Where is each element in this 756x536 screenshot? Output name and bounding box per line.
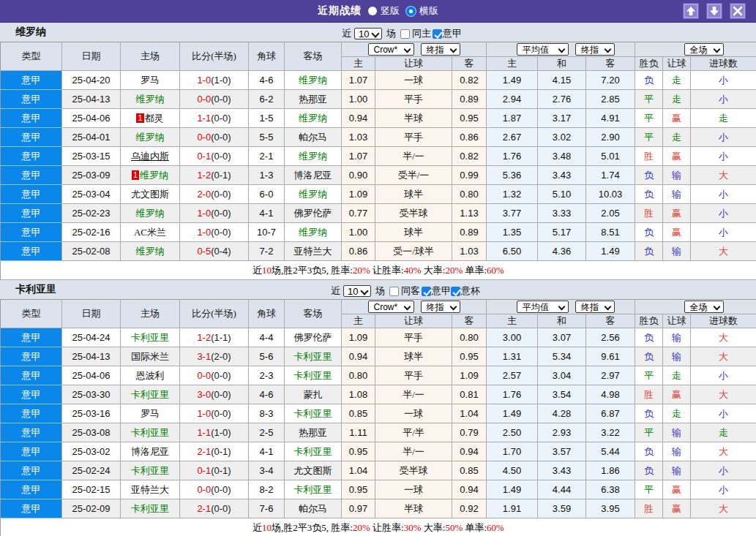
odds-away-cell: 0.94 <box>452 480 487 499</box>
result-handicap-cell: 走 <box>663 404 691 423</box>
league-cell: 意甲 <box>1 166 62 185</box>
date-cell: 25-03-02 <box>62 442 121 461</box>
bookmaker-select[interactable]: Crow* <box>369 302 413 313</box>
average-stage-select-wrap: 终指 <box>575 301 615 313</box>
home-team-cell: 国际米兰 <box>121 347 180 366</box>
avg-home-cell: 1.49 <box>487 404 538 423</box>
away-team-cell: 帕尔马 <box>285 499 342 518</box>
result-handicap-cell: 输 <box>663 242 691 261</box>
odds-stage-select[interactable]: 终指 <box>422 302 460 313</box>
league-checkbox-意甲[interactable] <box>422 287 431 296</box>
league-checkbox-意甲[interactable] <box>433 29 442 39</box>
avg-draw-cell: 3.02 <box>538 128 586 147</box>
average-select[interactable]: 平均值 <box>517 302 568 313</box>
team-link: 维罗纳 <box>299 189 327 200</box>
average-stage-select[interactable]: 终指 <box>576 45 614 56</box>
col-header-corners: 角球 <box>249 42 285 71</box>
odds-home-cell: 0.97 <box>342 499 375 518</box>
away-team-cell: 卡利亚里 <box>285 442 342 461</box>
avg-draw-cell: 4.15 <box>538 71 586 90</box>
odds-home-cell: 1.09 <box>342 185 375 204</box>
result-wdl-cell: 负 <box>635 347 663 366</box>
result-wdl-cell: 胜 <box>635 204 663 223</box>
team-link: 维罗纳 <box>136 132 165 143</box>
move-down-button[interactable] <box>706 3 722 19</box>
move-up-button[interactable] <box>683 3 699 19</box>
team-link: 卡利亚里 <box>294 370 332 381</box>
odds-away-cell: 0.99 <box>452 166 487 185</box>
avg-away-cell: 10.03 <box>586 185 635 204</box>
home-team-cell: 卡利亚里 <box>121 328 180 347</box>
odds-home-cell: 1.07 <box>342 71 375 90</box>
away-team-cell: 热那亚 <box>285 423 342 442</box>
result-goals-cell: 大 <box>691 347 756 366</box>
handicap-cell: 半/一 <box>375 385 452 404</box>
scope-select[interactable]: 全场 <box>685 302 723 313</box>
score-cell: 1-1(1-0) <box>180 423 249 442</box>
odds-stage-select[interactable]: 终指 <box>422 45 460 56</box>
result-goals-cell: 小 <box>691 71 756 90</box>
odds-away-cell: 0.86 <box>452 128 487 147</box>
odds-away-cell: 0.80 <box>452 328 487 347</box>
team-section: 卡利亚里 近 10 场 同客 意甲意杯 类型 <box>0 280 756 536</box>
same-venue-checkbox[interactable] <box>400 29 410 39</box>
avg-away-cell: 1.49 <box>586 242 635 261</box>
date-cell: 25-03-15 <box>62 147 121 166</box>
radio-horizontal-icon[interactable] <box>406 7 416 16</box>
team-link: 维罗纳 <box>299 75 327 86</box>
league-checkbox-意杯[interactable] <box>451 287 460 296</box>
team-name: 维罗纳 <box>15 26 46 39</box>
result-wdl-cell: 胜 <box>635 499 663 518</box>
avg-draw-cell: 4.44 <box>538 480 586 499</box>
league-cell: 意甲 <box>1 366 62 385</box>
filter-controls: 近 10 场 同客 意甲意杯 <box>331 284 480 298</box>
odds-away-cell: 0.89 <box>452 90 487 109</box>
match-count-select[interactable]: 10 <box>355 29 381 39</box>
average-select[interactable]: 平均值 <box>517 45 568 56</box>
match-row: 意甲25-03-091维罗纳1-2(0-1)1-3博洛尼亚0.90受半/一0.9… <box>1 166 756 185</box>
corners-cell: 4-4 <box>249 328 285 347</box>
summary-segment: 20% <box>353 265 370 276</box>
odds-away-cell: 1.13 <box>452 204 487 223</box>
handicap-cell: 平手 <box>375 366 452 385</box>
league-cell: 意甲 <box>1 328 62 347</box>
corners-cell: 10-7 <box>249 223 285 242</box>
avg-home-cell: 1.32 <box>487 185 538 204</box>
avg-away-cell: 5.44 <box>586 442 635 461</box>
odds-away-cell: 0.89 <box>452 223 487 242</box>
same-venue-checkbox[interactable] <box>389 287 399 296</box>
radio-horizontal-layout[interactable]: 横版 <box>406 4 438 18</box>
match-count-select[interactable]: 10 <box>344 286 370 296</box>
bookmaker-select[interactable]: Crow* <box>369 45 413 56</box>
average-stage-select-wrap: 终指 <box>575 43 615 56</box>
corners-cell: 8-2 <box>249 480 285 499</box>
league-cell: 意甲 <box>1 223 62 242</box>
league-cell: 意甲 <box>1 499 62 518</box>
average-group-header: 平均值 终指 <box>487 300 635 314</box>
result-goals-cell: 大 <box>691 242 756 261</box>
odds-home-cell: 0.95 <box>342 442 375 461</box>
result-handicap-cell: 输 <box>663 328 691 347</box>
odds-home-cell: 1.09 <box>342 328 375 347</box>
odds-away-cell: 0.80 <box>452 185 487 204</box>
average-stage-select[interactable]: 终指 <box>576 302 614 313</box>
avg-home-cell: 1.76 <box>487 147 538 166</box>
team-link: 佛罗伦萨 <box>294 208 332 219</box>
date-cell: 25-02-23 <box>62 204 121 223</box>
col-header-home: 主场 <box>121 300 180 328</box>
result-goals-cell: 走 <box>691 109 756 128</box>
subcol-avg-draw: 和 <box>538 57 586 71</box>
result-handicap-cell: 走 <box>663 71 691 90</box>
summary-segment: 大率: <box>422 265 446 276</box>
radio-vertical-icon[interactable] <box>368 7 377 15</box>
match-row: 意甲25-02-23维罗纳1-0(0-0)4-1佛罗伦萨0.77受半球1.133… <box>1 204 756 223</box>
date-cell: 25-02-16 <box>62 223 121 242</box>
radio-vertical-layout[interactable]: 竖版 <box>368 4 400 18</box>
date-cell: 25-02-08 <box>62 242 121 261</box>
scope-select[interactable]: 全场 <box>685 45 723 56</box>
score-cell: 1-0(0-0) <box>180 404 249 423</box>
close-button[interactable] <box>730 3 746 19</box>
away-team-cell: 维罗纳 <box>285 71 342 90</box>
team-link: 尤文图斯 <box>131 189 169 200</box>
match-row: 意甲25-02-16AC米兰1-0(0-0)10-7维罗纳1.00球半0.891… <box>1 223 756 242</box>
